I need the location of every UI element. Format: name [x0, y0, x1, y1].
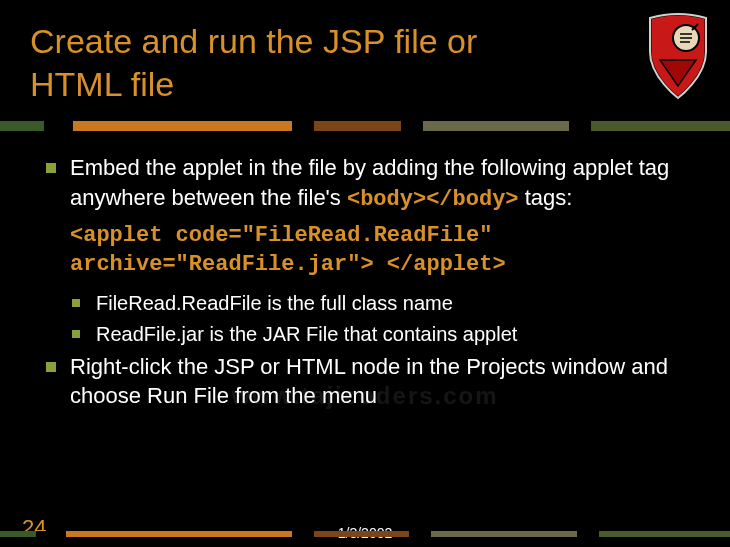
- slide-content: Embed the applet in the file by adding t…: [0, 131, 730, 429]
- header-divider: [0, 121, 730, 131]
- bullet-item: Embed the applet in the file by adding t…: [46, 153, 690, 214]
- code-block: <applet code="FileRead.ReadFile" archive…: [46, 222, 690, 279]
- sub-bullet-item: ReadFile.jar is the JAR File that contai…: [72, 321, 690, 348]
- slide-number: 24: [22, 515, 46, 541]
- slide-title: Create and run the JSP file or HTML file: [0, 0, 600, 115]
- bullet-item: Right-click the JSP or HTML node in the …: [46, 352, 690, 411]
- sub-bullet-item: FileRead.ReadFile is the full class name: [72, 290, 690, 317]
- bullet-text: tags:: [519, 185, 573, 210]
- footer-divider: [0, 531, 730, 537]
- shield-logo-icon: [644, 12, 712, 106]
- code-line: <applet code="FileRead.ReadFile": [70, 222, 690, 251]
- footer-bar-container: [0, 531, 730, 537]
- code-line: archive="ReadFile.jar"> </applet>: [70, 251, 690, 280]
- inline-code: <body></body>: [347, 187, 519, 212]
